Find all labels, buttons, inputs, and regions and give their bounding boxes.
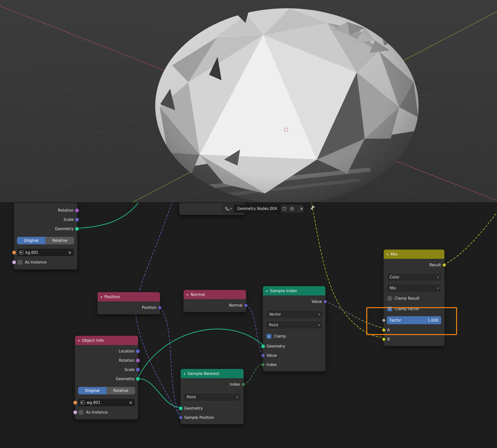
fake-user-button[interactable] [280, 205, 288, 213]
blend-mode-dropdown[interactable]: Mix [387, 284, 441, 292]
object-input-socket[interactable] [12, 250, 16, 255]
clamp-result-checkbox[interactable] [387, 296, 392, 301]
output-label: Scale [124, 367, 134, 372]
pin-icon [309, 205, 315, 211]
clamp-result-label: Clamp Result [395, 296, 419, 301]
as-instance-label: As Instance [25, 260, 47, 265]
collapse-chevron-icon[interactable] [101, 294, 102, 299]
output-label: Geometry [55, 227, 74, 231]
tree-name-field[interactable]: Geometry Nodes.004 [234, 205, 280, 213]
collapse-chevron-icon[interactable] [387, 252, 388, 257]
node-object-info-top[interactable]: Location Rotation Scale Geometry Origina… [14, 202, 77, 269]
link-position-to-sample-position [160, 307, 180, 417]
node-header[interactable]: Position [98, 292, 160, 301]
output-label: Result [429, 263, 441, 267]
geometry-input-socket[interactable] [179, 406, 183, 410]
copy-icon [290, 207, 294, 211]
domain-dropdown[interactable]: Point [266, 321, 322, 329]
fractured-sphere-mesh[interactable] [150, 6, 429, 202]
unlink-button[interactable] [296, 205, 304, 213]
output-label: Location [119, 349, 134, 354]
relative-button[interactable]: Relative [107, 387, 135, 394]
input-label: Geometry [266, 344, 285, 349]
input-label: B [387, 337, 390, 342]
node-header[interactable]: Mix [384, 250, 444, 259]
clear-object-icon[interactable] [129, 400, 132, 405]
input-label: Index [266, 362, 277, 367]
output-label: Geometry [116, 377, 134, 381]
as-instance-input-socket[interactable] [12, 260, 16, 264]
link-index-to-sample-index [243, 364, 263, 384]
as-instance-label: As Instance [86, 410, 108, 415]
as-instance-checkbox[interactable] [79, 410, 84, 415]
object-data-icon [19, 251, 23, 254]
clamp-label: Clamp [274, 334, 286, 339]
node-header[interactable]: Sample Index [263, 286, 325, 295]
collapse-chevron-icon[interactable] [184, 371, 185, 376]
link-normal-to-value [246, 305, 263, 355]
output-label: Rotation [119, 358, 134, 363]
scale-output-socket[interactable] [136, 367, 140, 372]
collapse-chevron-icon[interactable] [78, 338, 80, 343]
node-sample-index[interactable]: Sample Index Value Vector Point Clamp Ge… [263, 286, 326, 371]
viewport-canvas [0, 0, 497, 202]
factor-label: Factor [390, 318, 401, 323]
relative-button[interactable]: Relative [45, 237, 74, 244]
node-title: Sample Nearest [188, 371, 219, 376]
input-label: Value [266, 353, 277, 358]
object-field[interactable]: kg.001 [17, 248, 74, 257]
collapse-chevron-icon[interactable] [187, 292, 188, 297]
input-label: Sample Position [184, 415, 214, 420]
as-instance-checkbox[interactable] [17, 260, 22, 265]
node-header[interactable]: Sample Nearest [181, 369, 244, 378]
tree-browse-button[interactable]: ▾ [223, 205, 234, 213]
clamp-factor-label: Clamp Factor [395, 307, 419, 311]
link-value-to-mix-a [325, 301, 383, 328]
scale-output-socket[interactable] [75, 217, 79, 222]
pin-button[interactable] [309, 205, 315, 212]
link-geometry-left-to-hidden [77, 203, 142, 228]
node-title: Normal [191, 292, 205, 297]
data-type-dropdown[interactable]: Color [387, 273, 441, 281]
node-tree-selector: ▾ Geometry Nodes.004 [223, 204, 304, 213]
tree-name: Geometry Nodes.004 [237, 206, 277, 211]
node-object-info[interactable]: Object Info Location Rotation Scale Geom… [75, 336, 138, 420]
node-header[interactable]: Normal [184, 290, 246, 299]
node-normal[interactable]: Normal Normal [183, 290, 246, 312]
geometry-output-socket[interactable] [75, 227, 79, 231]
node-title: Object Info [82, 338, 104, 343]
link-geometry-to-sample-nearest [138, 378, 180, 407]
input-label: Geometry [184, 406, 203, 411]
clamp-factor-checkbox[interactable] [387, 306, 392, 311]
shield-icon [282, 207, 286, 211]
clear-object-icon[interactable] [68, 250, 72, 255]
node-sample-nearest[interactable]: Sample Nearest Index Point Geometry Samp… [180, 369, 244, 424]
as-instance-input-socket[interactable] [73, 410, 77, 414]
original-button[interactable]: Original [17, 237, 45, 244]
node-position[interactable]: Position Position [97, 292, 160, 314]
node-title: Mix [391, 252, 398, 257]
rotation-output-socket[interactable] [75, 208, 79, 212]
3d-viewport[interactable] [0, 0, 497, 202]
collapse-chevron-icon[interactable] [266, 288, 268, 293]
rotation-output-socket[interactable] [136, 358, 140, 362]
factor-slider[interactable]: Factor 1.000 [387, 316, 441, 324]
object-data-icon [81, 401, 84, 404]
location-output-socket[interactable] [136, 349, 140, 353]
clamp-checkbox[interactable] [266, 334, 271, 339]
original-button[interactable]: Original [78, 387, 107, 394]
geometry-output-socket[interactable] [136, 377, 140, 381]
new-datablock-button[interactable] [288, 205, 296, 213]
data-type-dropdown[interactable]: Vector [266, 310, 322, 318]
node-title: Sample Index [270, 288, 297, 293]
output-label: Rotation [58, 208, 74, 213]
domain-dropdown[interactable]: Point [184, 393, 241, 401]
geometry-input-socket[interactable] [261, 344, 265, 348]
input-label: A [387, 328, 390, 332]
geometry-node-editor[interactable]: Location Rotation Scale Geometry Origina… [0, 202, 497, 448]
node-mix[interactable]: Mix Result Color Mix Clamp Result Clamp … [383, 249, 445, 346]
object-field[interactable]: wg.001 [78, 398, 135, 407]
node-header[interactable]: Object Info [75, 336, 138, 345]
chevron-down-icon: ▾ [230, 207, 232, 210]
object-input-socket[interactable] [73, 400, 77, 405]
